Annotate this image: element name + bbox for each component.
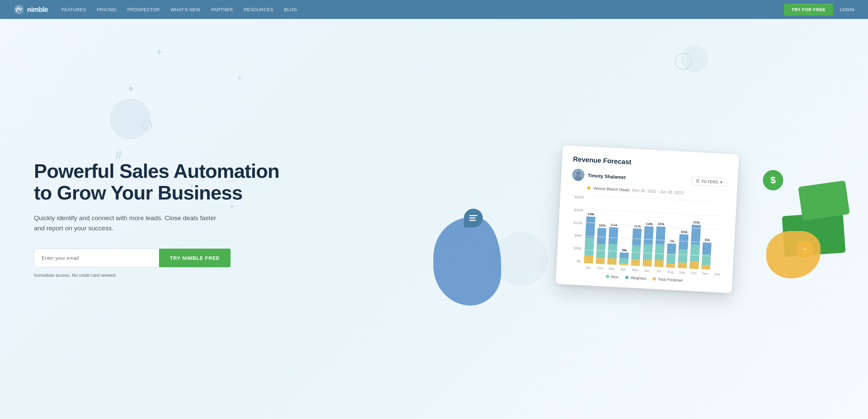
nimble-logo-icon [14, 4, 24, 15]
y-label-0: $0 [568, 258, 583, 263]
y-label-1: $40k [568, 246, 584, 250]
bar-group-6: 121k [654, 222, 666, 267]
bar-label-7: 72k [669, 239, 675, 243]
bar-seg-gold-4 [631, 259, 640, 266]
hero-form: TRY NIMBLE FREE [34, 249, 231, 267]
chart-title: Revenue Forecast [573, 155, 728, 171]
bar-seg-gold-5 [643, 259, 652, 267]
chat-line-3 [469, 220, 476, 221]
legend-won-label: Won [611, 274, 618, 279]
navbar: nimble FEATURES PRICING PROSPECTOR WHAT'… [0, 0, 868, 19]
bar-seg-gold-6 [654, 260, 664, 267]
bar-seg-teal-2 [608, 244, 617, 259]
bar-group-1: 107k [595, 224, 607, 264]
chat-lines-icon [469, 215, 477, 221]
nav-whats-new[interactable]: WHAT'S NEW [171, 7, 200, 12]
bar-seg-gold-9 [689, 261, 699, 269]
x-label-11: Dec [713, 272, 722, 276]
nav-try-button[interactable]: TRY FOR FREE [784, 4, 833, 16]
svg-point-1 [16, 8, 17, 10]
bar-label-6: 121k [657, 222, 665, 226]
hero-subtext: Quickly identify and connect with more l… [34, 213, 224, 234]
bar-seg-blue-9 [691, 224, 701, 245]
bar-stack-0 [584, 216, 595, 264]
legend-weighted-dot [625, 275, 629, 279]
x-label-4: May [630, 268, 639, 272]
wave-icon: ~ [803, 245, 807, 254]
bar-group-2: 111k [607, 223, 618, 265]
x-label-6: Jul [654, 269, 663, 273]
legend-predicted-label: Total Predicted [658, 277, 683, 282]
deco-dot-1 [129, 87, 133, 91]
bar-seg-teal-3 [619, 258, 628, 263]
nav-right: TRY FOR FREE LOGIN [784, 4, 854, 16]
legend-won-dot [606, 274, 609, 278]
nav-features[interactable]: FEATURES [61, 7, 86, 12]
nav-partner[interactable]: PARTNER [211, 7, 233, 12]
y-label-3: $120k [570, 220, 585, 225]
bar-label-9: 131k [693, 221, 700, 224]
nav-links: FEATURES PRICING PROSPECTOR WHAT'S NEW P… [61, 7, 784, 12]
x-label-3: Apr [619, 267, 628, 271]
legend-predicted-dot [653, 277, 656, 281]
deco-circle-1 [675, 53, 692, 70]
legend-weighted-label: Weighted [630, 275, 646, 280]
bar-group-7: 72k [666, 239, 676, 268]
nav-pricing[interactable]: PRICING [97, 7, 117, 12]
nav-login-link[interactable]: LOGIN [840, 7, 854, 12]
bar-seg-teal-10 [702, 254, 711, 265]
nav-resources[interactable]: RESOURCES [244, 7, 273, 12]
bar-group-11 [713, 269, 722, 270]
bar-seg-teal-9 [690, 244, 699, 261]
bar-stack-2 [607, 227, 618, 265]
bar-stack-7 [666, 243, 676, 268]
x-label-9: Oct [689, 271, 698, 275]
logo[interactable]: nimble [14, 4, 48, 15]
dollar-circle: $ [763, 170, 783, 190]
nav-prospector[interactable]: PROSPECTOR [127, 7, 160, 12]
try-nimble-button[interactable]: TRY NIMBLE FREE [159, 249, 231, 267]
bar-seg-blue-8 [679, 234, 689, 250]
grid-line-4 [587, 209, 725, 216]
filter-chevron: ▾ [720, 180, 722, 185]
bar-seg-teal-1 [596, 244, 606, 258]
deal-name: Venice Beach Deals [593, 186, 630, 192]
bar-stack-11 [713, 270, 722, 270]
bar-seg-gold-2 [607, 258, 617, 265]
bar-seg-gold-7 [666, 263, 675, 268]
bar-seg-blue-10 [702, 242, 712, 255]
chart-header: Timoty Shalamet ☰ FILTERS ▾ [572, 168, 727, 189]
chart-avatar [572, 168, 585, 181]
chart-filter-button[interactable]: ☰ FILTERS ▾ [691, 176, 727, 187]
bar-label-5: 119k [646, 222, 653, 226]
hero-left: Powerful Sales Automation to Grow Your B… [34, 160, 454, 277]
bar-group-10: 81k [701, 238, 712, 270]
bar-seg-teal-0 [584, 237, 594, 256]
bar-stack-1 [595, 228, 606, 264]
bar-stack-10 [701, 242, 712, 270]
chart-user: Timoty Shalamet [572, 168, 626, 183]
bar-seg-blue-11 [713, 270, 722, 270]
bar-seg-teal-5 [643, 244, 653, 260]
y-label-2: $80k [569, 233, 584, 237]
bar-stack-6 [654, 226, 665, 267]
filter-icon: ☰ [696, 179, 700, 184]
x-label-5: Jun [642, 268, 651, 272]
y-axis: $0 $40k $80k $120k $160k $200k [568, 195, 586, 263]
deco-cross-2: + [237, 73, 242, 83]
bar-seg-teal-11 [713, 270, 722, 270]
hero-section: + + + # Powerful Sales Automation to Gro… [0, 19, 868, 419]
chart-username: Timoty Shalamet [588, 172, 626, 180]
bar-seg-gold-3 [619, 263, 628, 266]
bar-seg-blue-4 [632, 228, 642, 245]
nav-blog[interactable]: BLOG [284, 7, 297, 12]
email-input[interactable] [34, 249, 159, 267]
bar-seg-gold-8 [678, 262, 687, 269]
bar-label-1: 107k [598, 224, 606, 227]
x-label-7: Aug [666, 270, 675, 274]
bar-seg-gold-10 [701, 265, 710, 270]
y-label-5: $200k [571, 195, 586, 199]
blob-blue [433, 217, 501, 306]
blob-orange [766, 231, 821, 278]
chat-line-2 [469, 217, 475, 218]
